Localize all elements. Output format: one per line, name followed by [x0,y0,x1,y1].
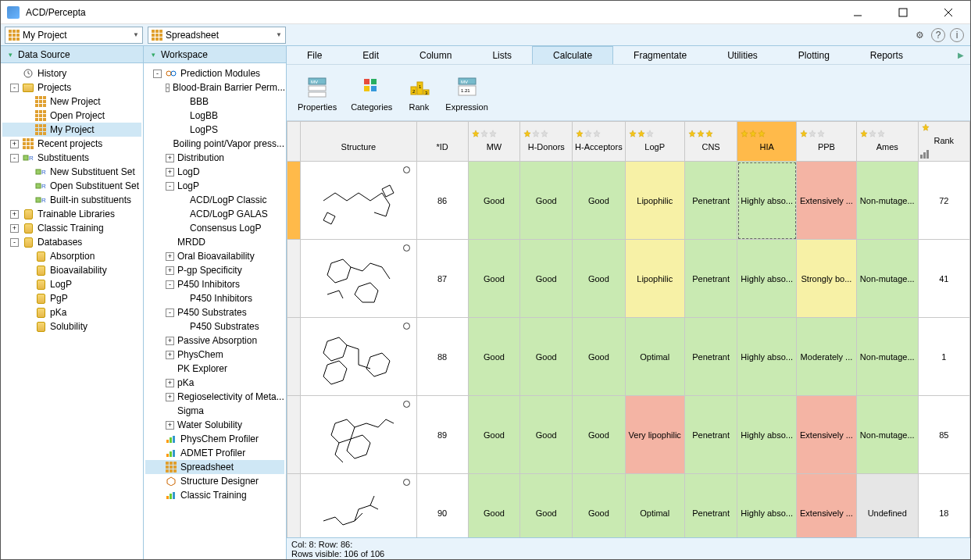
tree-node-spreadsheet[interactable]: Spreadsheet [145,460,284,474]
settings-icon[interactable]: ⚙ [912,28,926,42]
cell[interactable]: Highly abso... [737,162,797,240]
data-source-header[interactable]: ▾ Data Source [1,46,143,63]
tree-node-logps[interactable]: LogPS [145,123,284,137]
cell[interactable]: Good [573,162,625,240]
info-icon[interactable]: i [950,28,964,42]
tree-node-pka[interactable]: pKa [2,305,141,319]
tree-node-built-in-substituents[interactable]: RBuilt-in substituents [2,193,141,207]
tree-node-pk-explorer[interactable]: PK Explorer [145,362,284,376]
menu-fragmentate[interactable]: Fragmentate [613,46,707,64]
tree-node-consensus-logp[interactable]: Consensus LogP [145,221,284,235]
star-action-icon[interactable] [922,123,930,131]
cell[interactable]: Non-mutage... [856,240,918,318]
expand-icon[interactable]: + [166,154,174,162]
cell[interactable]: Penetrant [684,396,737,474]
cell[interactable]: Strongly bo... [797,240,857,318]
cell[interactable]: Good [520,396,573,474]
cell[interactable]: Penetrant [684,240,737,318]
tree-node-passive-absorption[interactable]: +Passive Absorption [145,334,284,348]
collapse-icon[interactable]: - [166,309,174,317]
tree-node-logd[interactable]: +LogD [145,165,284,179]
expand-icon[interactable]: + [10,210,19,219]
maximize-button[interactable] [887,3,919,22]
tree-node-structure-designer[interactable]: Structure Designer [145,474,284,488]
tree-node-classic-training[interactable]: Classic Training [145,488,284,502]
cell[interactable]: Highly abso... [737,318,797,396]
cell[interactable]: Extensively ... [797,162,857,240]
tree-node-new-project[interactable]: New Project [2,95,141,109]
collapse-icon[interactable]: - [10,154,19,162]
cell[interactable]: Good [573,318,625,396]
column-header--id[interactable]: *ID [416,122,468,162]
cell[interactable]: Good [520,162,573,240]
cell[interactable]: Non-mutage... [856,318,918,396]
tree-node-pgp[interactable]: PgP [2,291,141,305]
cell[interactable]: Optimal [625,318,684,396]
cell[interactable]: Good [468,474,520,538]
rank-button[interactable]: 213Rank [403,71,434,115]
close-button[interactable] [933,3,964,22]
collapse-icon[interactable]: - [166,280,174,289]
cell[interactable]: Extensively ... [797,396,857,474]
cell[interactable]: Moderately ... [797,318,857,396]
structure-cell[interactable] [301,474,416,538]
column-header-hia[interactable]: HIA [737,122,797,162]
tree-node-history[interactable]: History [2,66,141,80]
cell[interactable]: Good [520,474,573,538]
cell[interactable]: Optimal [625,474,684,538]
workspace-header[interactable]: ▾ Workspace [144,46,286,63]
tree-node-boiling-point-vapor-press[interactable]: Boiling point/Vapor press... [145,137,284,151]
tree-node-trainable-libraries[interactable]: +Trainable Libraries [2,207,141,221]
workspace-dropdown[interactable]: Spreadsheet ▼ [148,27,286,44]
menu-reports[interactable]: Reports [850,46,923,64]
collapse-icon[interactable]: - [10,84,19,92]
rank-cell[interactable]: 1 [918,318,969,396]
tree-node-admet-profiler[interactable]: ADMET Profiler [145,446,284,460]
expand-icon[interactable]: + [166,168,174,177]
cell[interactable]: Highly abso... [737,396,797,474]
collapse-icon[interactable]: - [166,84,170,92]
column-header-logp[interactable]: LogP [625,122,684,162]
tree-node-databases[interactable]: -Databases [2,235,141,249]
collapse-icon[interactable]: - [10,238,19,247]
cell[interactable]: Extensively ... [797,474,857,538]
tree-node-substituents[interactable]: -RSubstituents [2,151,141,165]
structure-cell[interactable] [301,318,416,396]
tree-node-logp[interactable]: LogP [2,277,141,291]
menu-edit[interactable]: Edit [342,46,399,64]
cell[interactable]: Good [468,162,520,240]
expression-button[interactable]: MV1.21Expression [442,71,491,115]
menu-file[interactable]: File [287,46,342,64]
expand-icon[interactable]: + [166,252,174,261]
tree-node-absorption[interactable]: Absorption [2,249,141,263]
column-header-rank[interactable]: Rank [918,122,969,162]
cell[interactable]: Non-mutage... [856,396,918,474]
tree-node-blood-brain-barrier-perm[interactable]: -Blood-Brain Barrier Perm... [145,80,284,95]
collapse-icon[interactable]: - [166,182,174,191]
tree-node-water-solubility[interactable]: +Water Solubility [145,418,284,432]
expand-icon[interactable]: + [166,393,174,401]
cell[interactable]: Penetrant [684,474,737,538]
menu-plotting[interactable]: Plotting [778,46,850,64]
cell[interactable]: Penetrant [684,318,737,396]
expand-icon[interactable]: + [166,351,174,359]
cell[interactable]: Penetrant [684,162,737,240]
tree-node-bbb[interactable]: BBB [145,95,284,109]
tree-node-distribution[interactable]: +Distribution [145,151,284,165]
tree-node-open-project[interactable]: Open Project [2,109,141,123]
tree-node-pka[interactable]: +pKa [145,376,284,390]
tree-node-regioselectivity-of-meta[interactable]: +Regioselectivity of Meta... [145,390,284,404]
menu-calculate[interactable]: Calculate [532,46,613,64]
column-header-h-donors[interactable]: H-Donors [520,122,573,162]
expand-icon[interactable]: + [166,379,174,387]
id-cell[interactable]: 88 [416,318,468,396]
column-header-mw[interactable]: MW [468,122,520,162]
cell[interactable]: Lipophilic [625,240,684,318]
tree-node-open-substituent-set[interactable]: ROpen Substituent Set [2,179,141,193]
column-header-ames[interactable]: Ames [856,122,918,162]
id-cell[interactable]: 90 [416,474,468,538]
project-dropdown[interactable]: My Project ▼ [5,27,143,44]
rank-cell[interactable]: 72 [918,162,969,240]
structure-cell[interactable] [301,162,416,240]
cell[interactable]: Good [573,240,625,318]
